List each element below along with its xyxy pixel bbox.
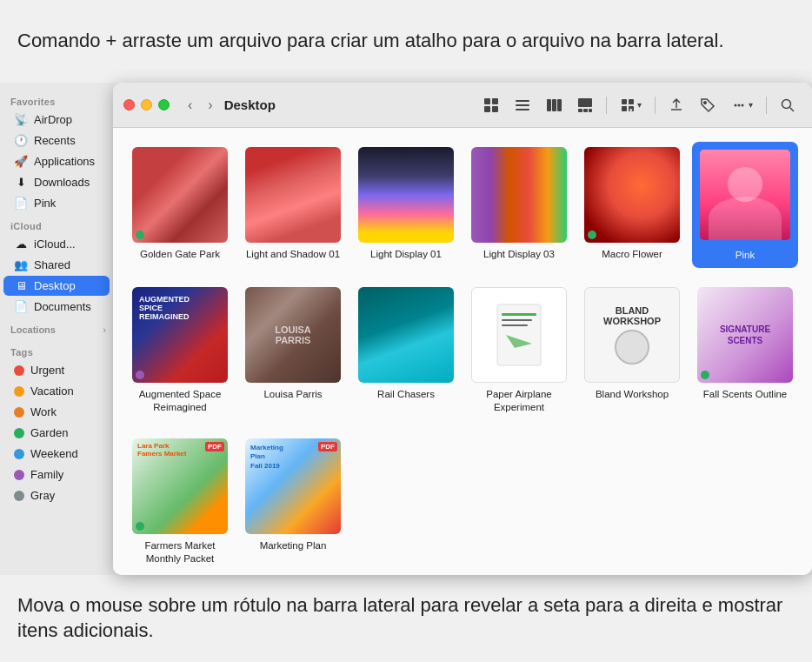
sidebar-item-recents[interactable]: 🕐 Recents <box>3 130 110 150</box>
svg-rect-0 <box>484 98 490 104</box>
sidebar-tag-garden[interactable]: Garden <box>3 423 110 443</box>
separator-3 <box>766 97 767 114</box>
svg-rect-10 <box>578 98 592 107</box>
sidebar-recents-label: Recents <box>34 134 76 147</box>
locations-section: Locations › <box>0 318 113 337</box>
sidebar-desktop-label: Desktop <box>34 279 76 292</box>
file-item-augmented[interactable]: AUGMENTEDSPICEREIMAGINED Augmented Space… <box>127 282 233 419</box>
svg-rect-3 <box>492 106 498 112</box>
sidebar-item-desktop[interactable]: 🖥 Desktop <box>3 276 110 296</box>
sidebar-tag-gray[interactable]: Gray <box>3 485 110 505</box>
sidebar-downloads-label: Downloads <box>34 176 90 189</box>
file-thumb-light-display-03 <box>471 147 567 243</box>
file-item-paper[interactable]: Paper Airplane Experiment <box>466 282 572 419</box>
macro-flower-tag-dot <box>588 231 596 239</box>
file-label-rail: Rail Chasers <box>377 388 435 401</box>
file-label-farmers: Farmers Market Monthly Packet <box>132 539 228 565</box>
file-thumb-pink <box>697 147 793 243</box>
svg-rect-11 <box>578 109 582 112</box>
shared-icon: 👥 <box>14 258 28 271</box>
group-button[interactable]: ▾ ▾ <box>614 94 648 117</box>
file-item-light-display-03[interactable]: Light Display 03 <box>466 142 572 268</box>
file-item-bland[interactable]: BLANDWORKSHOP Bland Workshop <box>579 282 685 419</box>
airdrop-icon: 📡 <box>14 113 28 126</box>
sidebar-item-airdrop[interactable]: 📡 AirDrop <box>3 110 110 130</box>
search-icon <box>780 97 795 113</box>
family-dot <box>14 470 24 480</box>
sidebar-tag-family[interactable]: Family <box>3 465 110 485</box>
annotation-top: Comando + arraste um arquivo para criar … <box>0 0 812 83</box>
farmers-tag-dot <box>136 522 144 531</box>
sidebar-tag-weekend[interactable]: Weekend <box>3 444 110 464</box>
content-area: Golden Gate Park Light and Shadow 01 Lig… <box>113 128 812 575</box>
file-thumb-marketing: MarketingPlanFall 2019 PDF <box>245 438 341 534</box>
svg-rect-5 <box>516 104 529 106</box>
file-thumb-golden-gate <box>132 147 228 243</box>
close-button[interactable] <box>123 99 135 110</box>
sidebar-item-icloud[interactable]: ☁ iCloud... <box>3 234 110 254</box>
sidebar-documents-label: Documents <box>34 300 91 313</box>
list-view-icon <box>515 97 530 113</box>
sidebar-item-downloads[interactable]: ⬇ Downloads <box>3 172 110 192</box>
sidebar-garden-label: Garden <box>30 426 68 439</box>
sidebar-item-documents[interactable]: 📄 Documents <box>3 297 110 317</box>
tag-button[interactable] <box>694 94 722 117</box>
more-icon <box>731 97 747 113</box>
file-thumb-louisa: LOUISAPARRIS <box>245 287 341 383</box>
sidebar-item-shared[interactable]: 👥 Shared <box>3 255 110 275</box>
svg-rect-2 <box>484 106 490 112</box>
file-item-marketing[interactable]: MarketingPlanFall 2019 PDF Marketing Pla… <box>240 433 346 571</box>
file-thumb-macro-flower <box>584 147 680 243</box>
favorites-label: Favorites <box>0 90 113 109</box>
file-item-farmers[interactable]: Lara ParkFamers Market PDF Farmers Marke… <box>127 433 233 571</box>
grid-view-icon <box>483 97 499 113</box>
file-grid: Golden Gate Park Light and Shadow 01 Lig… <box>127 142 798 571</box>
svg-rect-12 <box>583 109 588 112</box>
sidebar-airdrop-label: AirDrop <box>34 113 72 126</box>
file-item-light-shadow[interactable]: Light and Shadow 01 <box>240 142 346 268</box>
sidebar-item-applications[interactable]: 🚀 Applications <box>3 151 110 171</box>
file-item-rail[interactable]: Rail Chasers <box>353 282 459 419</box>
view-list-button[interactable] <box>509 94 536 117</box>
share-button[interactable] <box>662 94 690 117</box>
view-gallery-button[interactable] <box>571 94 599 117</box>
separator-2 <box>655 97 656 114</box>
svg-rect-1 <box>492 98 498 104</box>
file-item-golden-gate[interactable]: Golden Gate Park <box>127 142 233 268</box>
group-chevron: ▾ <box>637 100 642 110</box>
pink-portrait <box>700 150 790 240</box>
more-button[interactable]: ▾ <box>725 94 759 117</box>
view-grid-button[interactable] <box>477 94 505 117</box>
zoom-button[interactable] <box>158 99 170 110</box>
window-title: Desktop <box>224 97 276 112</box>
sidebar-tag-vacation[interactable]: Vacation <box>3 381 110 401</box>
file-item-louisa[interactable]: LOUISAPARRIS Louisa Parris <box>240 282 346 419</box>
search-button[interactable] <box>774 94 802 117</box>
file-item-fall-scents[interactable]: SIGNATURESCENTS Fall Scents Outline <box>692 282 798 419</box>
annotation-top-text: Comando + arraste um arquivo para criar … <box>17 29 724 54</box>
back-button[interactable]: ‹ <box>183 95 196 116</box>
documents-icon: 📄 <box>14 300 28 313</box>
file-thumb-rail <box>358 287 454 383</box>
augmented-overlay-text: AUGMENTEDSPICEREIMAGINED <box>139 296 190 322</box>
minimize-button[interactable] <box>141 99 152 110</box>
sidebar-item-pink[interactable]: 📄 Pink <box>3 193 110 213</box>
sidebar-work-label: Work <box>30 405 57 418</box>
forward-button[interactable]: › <box>203 95 216 116</box>
sidebar-shared-label: Shared <box>34 258 70 271</box>
tag-icon <box>700 97 715 113</box>
file-item-pink[interactable]: Pink <box>692 142 798 268</box>
file-item-macro-flower[interactable]: Macro Flower <box>579 142 685 268</box>
sidebar-tag-work[interactable]: Work <box>3 402 110 422</box>
file-item-light-display-01[interactable]: Light Display 01 <box>353 142 459 268</box>
file-thumb-bland: BLANDWORKSHOP <box>584 287 680 383</box>
file-thumb-augmented: AUGMENTEDSPICEREIMAGINED <box>132 287 228 383</box>
file-grid-area[interactable]: Golden Gate Park Light and Shadow 01 Lig… <box>113 128 812 575</box>
file-label-light-display-01: Light Display 01 <box>370 248 442 261</box>
svg-rect-13 <box>589 109 592 112</box>
garden-dot <box>14 428 24 438</box>
tags-section-label: Tags <box>0 340 113 359</box>
sidebar-tag-urgent[interactable]: Urgent <box>3 360 110 380</box>
view-column-button[interactable] <box>540 94 568 117</box>
locations-expand-arrow[interactable]: › <box>103 324 106 335</box>
